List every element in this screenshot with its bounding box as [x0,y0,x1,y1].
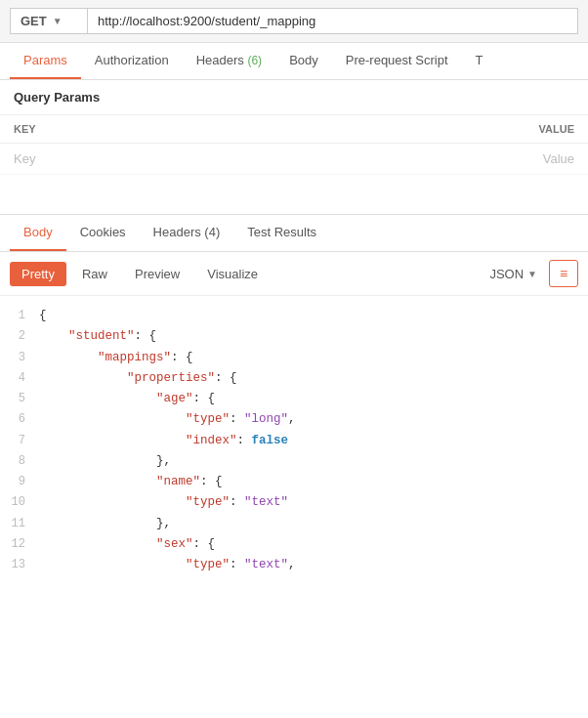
tab-tests[interactable]: T [462,43,497,79]
tab-pre-request[interactable]: Pre-request Script [332,43,462,79]
tab-body[interactable]: Body [275,43,332,79]
visualize-button[interactable]: Visualize [195,262,270,286]
response-tab-body[interactable]: Body [10,215,66,251]
format-bar: Pretty Raw Preview Visualize JSON ▼ ≡ [0,252,588,296]
headers-badge: (6) [247,54,262,67]
code-line-1: 1 { [0,306,588,326]
key-cell[interactable]: Key [0,144,259,175]
code-line-10: 10 "type": "text" [0,492,588,513]
code-line-7: 7 "index": false [0,431,588,451]
request-tabs: Params Authorization Headers (6) Body Pr… [0,43,588,80]
response-section: Body Cookies Headers (4) Test Results Pr… [0,214,588,585]
url-bar: GET ▼ [0,0,588,43]
table-row: Key Value [0,144,588,175]
format-dropdown[interactable]: JSON ▼ [489,267,537,281]
code-line-3: 3 "mappings": { [0,348,588,368]
code-line-8: 8 }, [0,451,588,472]
response-tab-cookies[interactable]: Cookies [66,215,140,251]
format-label: JSON [489,267,524,281]
code-line-5: 5 "age": { [0,389,588,409]
preview-button[interactable]: Preview [123,262,191,286]
code-line-6: 6 "type": "long", [0,409,588,430]
params-table: KEY VALUE Key Value [0,115,588,175]
wrap-icon[interactable]: ≡ [549,260,578,287]
code-line-9: 9 "name": { [0,472,588,492]
format-chevron-icon: ▼ [527,269,537,279]
code-line-13: 13 "type": "text", [0,555,588,575]
query-params-title: Query Params [0,80,588,115]
response-tabs: Body Cookies Headers (4) Test Results [0,215,588,252]
value-cell[interactable]: Value [259,144,588,175]
tab-headers[interactable]: Headers (6) [183,43,275,79]
code-line-12: 12 "sex": { [0,534,588,555]
method-chevron: ▼ [53,16,63,26]
method-label: GET [21,14,47,28]
code-line-4: 4 "properties": { [0,368,588,389]
code-view: 1 { 2 "student": { 3 "mappings": { 4 "pr… [0,296,588,585]
key-header: KEY [0,115,259,144]
pretty-button[interactable]: Pretty [10,262,66,286]
tab-authorization[interactable]: Authorization [81,43,183,79]
code-line-11: 11 }, [0,514,588,534]
response-tab-headers[interactable]: Headers (4) [140,215,234,251]
tab-params[interactable]: Params [10,43,81,79]
code-line-2: 2 "student": { [0,326,588,347]
raw-button[interactable]: Raw [70,262,119,286]
value-header: VALUE [259,115,588,144]
response-tab-test-results[interactable]: Test Results [233,215,330,251]
method-select[interactable]: GET ▼ [10,8,88,34]
url-input[interactable] [88,8,578,34]
